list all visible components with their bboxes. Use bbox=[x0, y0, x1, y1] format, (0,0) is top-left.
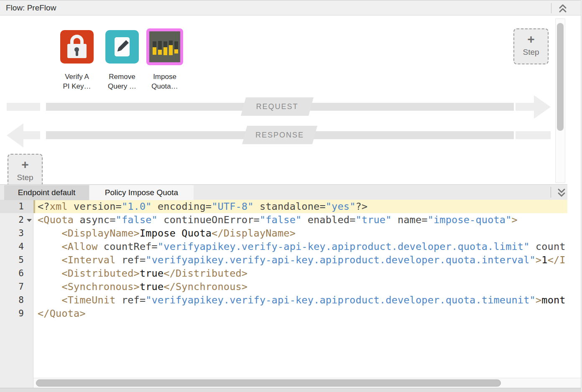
scrollbar-thumb[interactable] bbox=[36, 379, 501, 387]
window-bottom-edge bbox=[0, 388, 582, 392]
code-line[interactable]: 3 <DisplayName>Impose Quota</DisplayName… bbox=[0, 227, 582, 240]
pencil-icon[interactable] bbox=[105, 30, 139, 64]
add-step-button-response[interactable]: + Step bbox=[8, 154, 43, 184]
chevron-double-up-icon bbox=[559, 4, 567, 13]
line-number: 9 bbox=[0, 307, 33, 320]
flow-editor-window: Flow: PreFlow Verify A PI Key… bbox=[0, 0, 582, 392]
code-line[interactable]: 9</Quota> bbox=[0, 307, 582, 320]
tab-endpoint-default[interactable]: Endpoint default bbox=[4, 185, 89, 200]
keyhole-stem bbox=[76, 51, 78, 56]
step-button-label: Step bbox=[514, 48, 548, 57]
policy-label-line1: Verify A bbox=[52, 72, 102, 81]
tabbar-separator bbox=[551, 187, 551, 198]
code-line[interactable]: 6 <Distributed>true</Distributed> bbox=[0, 267, 582, 280]
code-line[interactable]: 7 <Synchronous>true</Synchronous> bbox=[0, 280, 582, 293]
code-text[interactable]: <TimeUnit ref="verifyapikey.verify-api-k… bbox=[33, 293, 567, 307]
code-line[interactable]: 5 <Interval ref="verifyapikey.verify-api… bbox=[0, 253, 582, 267]
request-label: REQUEST bbox=[241, 97, 314, 116]
scrollbar-thumb[interactable] bbox=[557, 23, 564, 131]
editor-horizontal-scrollbar[interactable] bbox=[33, 378, 582, 388]
line-number: 6 bbox=[0, 267, 33, 280]
collapse-panel-button[interactable] bbox=[555, 2, 570, 14]
line-number: 1 bbox=[0, 200, 33, 213]
paper-shape bbox=[115, 37, 130, 56]
chart-bar bbox=[174, 41, 178, 53]
line-number: 8 bbox=[0, 293, 33, 307]
line-number: 3 bbox=[0, 227, 33, 240]
code-line[interactable]: 1<?xml version="1.0" encoding="UTF-8" st… bbox=[0, 200, 582, 213]
code-lines: 1<?xml version="1.0" encoding="UTF-8" st… bbox=[0, 200, 582, 320]
header-separator bbox=[551, 3, 551, 13]
code-text[interactable]: <?xml version="1.0" encoding="UTF-8" sta… bbox=[33, 200, 567, 213]
request-line-stub bbox=[7, 103, 40, 111]
step-button-label: Step bbox=[8, 173, 42, 182]
request-arrowhead-icon bbox=[534, 95, 551, 119]
plus-icon: + bbox=[514, 31, 548, 48]
code-line[interactable]: 4 <Allow countRef="verifyapikey.verify-a… bbox=[0, 240, 582, 253]
code-line[interactable]: 2<Quota async="false" continueOnError="f… bbox=[0, 213, 582, 227]
collapse-editor-button[interactable] bbox=[554, 186, 569, 199]
flow-panel-header: Flow: PreFlow bbox=[0, 0, 582, 15]
policy-label-verify-api-key: Verify A PI Key… bbox=[52, 72, 102, 91]
response-arrowhead-icon bbox=[7, 123, 23, 148]
code-text[interactable]: <Allow countRef="verifyapikey.verify-api… bbox=[33, 240, 567, 253]
add-step-button-request[interactable]: + Step bbox=[513, 28, 549, 64]
fold-arrow-icon[interactable] bbox=[27, 219, 32, 222]
policy-label-line1: Impose bbox=[140, 72, 190, 81]
policy-label-line2: Quota… bbox=[140, 81, 190, 91]
chart-bar bbox=[169, 41, 173, 55]
policy-label-impose-quota: Impose Quota… bbox=[140, 72, 190, 91]
chevron-double-down-icon bbox=[557, 188, 566, 197]
editor-tab-bar: Endpoint default Policy Impose Quota bbox=[0, 184, 582, 200]
text-cursor bbox=[33, 200, 35, 213]
bar-chart-icon[interactable] bbox=[146, 28, 183, 65]
line-number: 2 bbox=[0, 213, 33, 227]
line-number: 4 bbox=[0, 240, 33, 253]
chart-bar bbox=[163, 41, 167, 55]
request-arrow-stem bbox=[516, 103, 534, 111]
line-number: 5 bbox=[0, 253, 33, 267]
response-line-stub bbox=[516, 131, 551, 139]
response-arrow-stem bbox=[23, 131, 40, 139]
line-number: 7 bbox=[0, 280, 33, 293]
code-line[interactable]: 8 <TimeUnit ref="verifyapikey.verify-api… bbox=[0, 293, 582, 307]
pencil-glyph bbox=[115, 37, 130, 56]
code-text[interactable]: <Quota async="false" continueOnError="fa… bbox=[33, 213, 567, 227]
xml-code-editor[interactable]: 1<?xml version="1.0" encoding="UTF-8" st… bbox=[0, 200, 582, 392]
tab-policy-impose-quota[interactable]: Policy Impose Quota bbox=[89, 185, 194, 200]
flow-vertical-scrollbar[interactable] bbox=[555, 18, 565, 183]
chart-bar bbox=[153, 41, 156, 55]
flow-title: Flow: PreFlow bbox=[6, 0, 56, 15]
flow-canvas: Verify A PI Key… Remove Query … bbox=[0, 15, 582, 184]
plus-icon: + bbox=[8, 156, 42, 173]
response-label: RESPONSE bbox=[242, 126, 317, 144]
policy-label-line2: PI Key… bbox=[52, 81, 102, 91]
code-text[interactable]: <Synchronous>true</Synchronous> bbox=[33, 280, 567, 293]
lock-icon[interactable] bbox=[60, 30, 94, 64]
chart-bar bbox=[158, 41, 162, 55]
code-text[interactable]: <Distributed>true</Distributed> bbox=[33, 267, 567, 280]
code-text[interactable]: <Interval ref="verifyapikey.verify-api-k… bbox=[33, 253, 567, 267]
code-text[interactable]: <DisplayName>Impose Quota</DisplayName> bbox=[33, 227, 567, 240]
tab-strip: Endpoint default Policy Impose Quota bbox=[0, 184, 567, 200]
code-text[interactable]: </Quota> bbox=[33, 307, 567, 320]
